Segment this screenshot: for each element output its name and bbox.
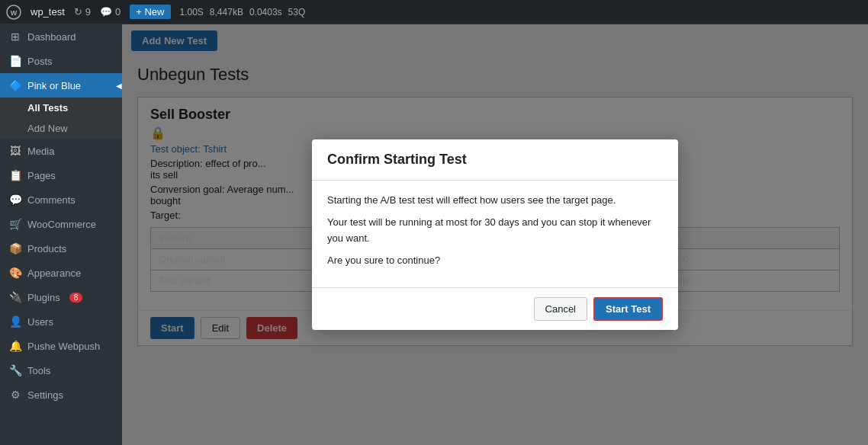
sidebar-item-plugins[interactable]: 🔌 Plugins 8 (0, 285, 122, 309)
settings-icon: ⚙ (9, 389, 21, 401)
pushe-icon: 🔔 (9, 340, 21, 352)
modal-body-line3: Are you sure to continue? (327, 253, 663, 269)
sidebar-item-label: Settings (27, 389, 63, 401)
sidebar-item-users[interactable]: 👤 Users (0, 309, 122, 334)
appearance-icon: 🎨 (9, 267, 21, 279)
cancel-button[interactable]: Cancel (534, 297, 587, 321)
sidebar-item-settings[interactable]: ⚙ Settings (0, 383, 122, 407)
sidebar-item-label: Plugins (27, 292, 60, 303)
main-content: Add New Test Unbegun Tests Sell Booster … (122, 24, 868, 445)
sidebar-item-pages[interactable]: 📋 Pages (0, 163, 122, 187)
modal-header: Confirm Starting Test (312, 139, 678, 181)
chevron-right-icon: ◀ (116, 82, 122, 90)
perf-load: 0.0403s (249, 7, 282, 18)
performance-info: 1.00S 8,447kB 0.0403s 53Q (180, 7, 306, 18)
sidebar-item-label: Tools (27, 365, 50, 376)
sidebar-item-media[interactable]: 🖼 Media (0, 139, 122, 163)
sidebar-item-add-new[interactable]: Add New (0, 118, 122, 139)
sidebar-item-pink-or-blue[interactable]: 🔷 Pink or Blue ◀ (0, 73, 122, 98)
woocommerce-icon: 🛒 (9, 218, 21, 230)
sidebar-item-label: Posts (27, 56, 53, 67)
perf-memory: 8,447kB (210, 7, 243, 18)
confirm-modal: Confirm Starting Test Starting the A/B t… (312, 139, 678, 329)
sidebar-item-comments[interactable]: 💬 Comments (0, 187, 122, 212)
admin-bar: W wp_test ↻ 9 💬 0 + New 1.00S 8,447kB 0.… (0, 0, 868, 24)
plugins-badge: 8 (69, 293, 83, 303)
comments-nav-icon: 💬 (9, 194, 21, 206)
sidebar-item-label: Comments (27, 194, 76, 206)
modal-title: Confirm Starting Test (327, 152, 663, 168)
comments-count[interactable]: 💬 0 (100, 6, 121, 18)
sidebar-item-label: Media (27, 146, 54, 157)
pages-icon: 📋 (9, 169, 21, 181)
sidebar-menu: ⊞ Dashboard 📄 Posts 🔷 Pink or Blue ◀ All… (0, 24, 122, 407)
sidebar-item-pushe-webpush[interactable]: 🔔 Pushe Webpush (0, 334, 122, 358)
start-test-button[interactable]: Start Test (593, 297, 663, 321)
modal-body-line1: Starting the A/B test test will effect h… (327, 193, 663, 209)
updates-count[interactable]: ↻ 9 (74, 6, 91, 18)
new-button[interactable]: + New (130, 5, 170, 19)
sidebar-item-appearance[interactable]: 🎨 Appearance (0, 261, 122, 285)
sidebar-item-label: WooCommerce (27, 219, 96, 230)
sidebar-item-label: Users (27, 316, 53, 328)
svg-text:W: W (11, 9, 18, 17)
plugins-icon: 🔌 (9, 291, 21, 303)
sidebar-item-label: Pink or Blue (27, 80, 81, 91)
comments-icon: 💬 (100, 6, 112, 18)
perf-time: 1.00S (180, 7, 204, 18)
sidebar-item-label: Pages (27, 170, 56, 181)
sidebar-item-tools[interactable]: 🔧 Tools (0, 358, 122, 383)
sidebar-submenu-pinkorblue: All Tests Add New (0, 98, 122, 139)
sidebar-item-label: Appearance (27, 267, 81, 279)
modal-body: Starting the A/B test test will effect h… (312, 181, 678, 287)
users-icon: 👤 (9, 315, 21, 328)
modal-overlay[interactable]: Confirm Starting Test Starting the A/B t… (122, 24, 868, 445)
tools-icon: 🔧 (9, 364, 21, 376)
posts-icon: 📄 (9, 55, 21, 67)
wp-logo-icon: W (6, 5, 21, 20)
updates-icon: ↻ (74, 6, 82, 18)
sidebar-item-woocommerce[interactable]: 🛒 WooCommerce (0, 212, 122, 236)
sidebar-item-all-tests[interactable]: All Tests (0, 98, 122, 118)
site-name[interactable]: wp_test (31, 6, 65, 18)
sidebar-item-products[interactable]: 📦 Products (0, 236, 122, 261)
modal-footer: Cancel Start Test (312, 287, 678, 330)
sidebar-item-label: Pushe Webpush (27, 341, 100, 352)
sidebar: ⊞ Dashboard 📄 Posts 🔷 Pink or Blue ◀ All… (0, 24, 122, 445)
sidebar-item-label: Products (27, 243, 66, 255)
sidebar-item-dashboard[interactable]: ⊞ Dashboard (0, 24, 122, 49)
products-icon: 📦 (9, 242, 21, 255)
pinkorblue-icon: 🔷 (9, 79, 21, 91)
sidebar-item-posts[interactable]: 📄 Posts (0, 49, 122, 73)
media-icon: 🖼 (9, 145, 21, 157)
modal-body-line2: Your test will be running at most for 30… (327, 215, 663, 247)
dashboard-icon: ⊞ (9, 30, 21, 43)
sidebar-item-label: Dashboard (27, 31, 76, 43)
perf-queries: 53Q (288, 7, 306, 18)
